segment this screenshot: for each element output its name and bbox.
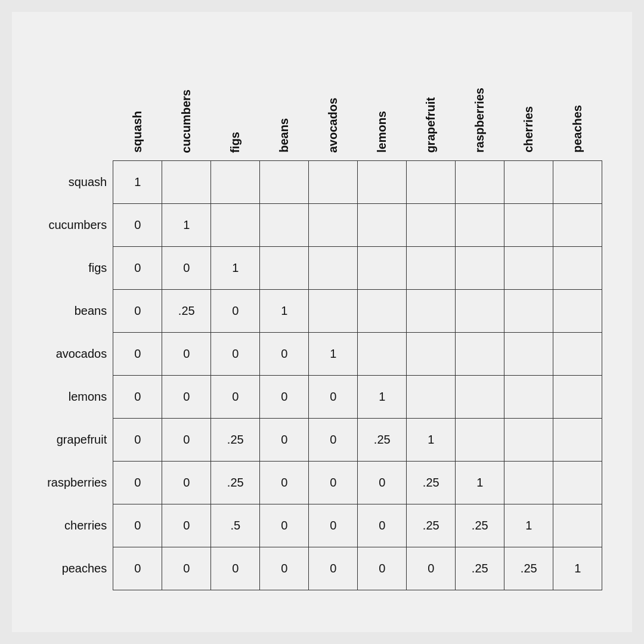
col-header-lemons: lemons (358, 54, 407, 161)
row-header-lemons: lemons (42, 376, 113, 419)
cell-beans-avocados (309, 290, 358, 333)
cell-cherries-figs: .5 (211, 504, 260, 547)
col-header-cucumbers: cucumbers (162, 54, 211, 161)
table-row: avocados00001 (42, 333, 602, 376)
cell-raspberries-figs: .25 (211, 462, 260, 504)
cell-avocados-grapefruit (407, 333, 456, 376)
cell-figs-cucumbers: 0 (162, 247, 211, 290)
table-row: grapefruit00.2500.251 (42, 419, 602, 462)
cell-figs-beans (260, 247, 309, 290)
col-header-figs: figs (211, 54, 260, 161)
cell-lemons-avocados: 0 (309, 376, 358, 419)
col-header-squash: squash (113, 54, 162, 161)
cell-lemons-cucumbers: 0 (162, 376, 211, 419)
cell-cherries-peaches (553, 504, 602, 547)
cell-grapefruit-figs: .25 (211, 419, 260, 462)
cell-cucumbers-cucumbers: 1 (162, 204, 211, 247)
col-header-grapefruit: grapefruit (407, 54, 456, 161)
cell-grapefruit-cherries (504, 419, 553, 462)
cell-beans-peaches (553, 290, 602, 333)
cell-grapefruit-beans: 0 (260, 419, 309, 462)
cell-lemons-beans: 0 (260, 376, 309, 419)
table-row: beans0.2501 (42, 290, 602, 333)
table-row: raspberries00.25000.251 (42, 462, 602, 504)
cell-peaches-lemons: 0 (358, 547, 407, 590)
cell-avocados-avocados: 1 (309, 333, 358, 376)
cell-lemons-peaches (553, 376, 602, 419)
cell-avocados-squash: 0 (113, 333, 162, 376)
cell-lemons-cherries (504, 376, 553, 419)
cell-beans-beans: 1 (260, 290, 309, 333)
cell-cherries-avocados: 0 (309, 504, 358, 547)
col-header-label-beans: beans (277, 116, 291, 153)
cell-peaches-figs: 0 (211, 547, 260, 590)
corner-cell (42, 54, 113, 161)
cell-cucumbers-figs (211, 204, 260, 247)
row-header-squash: squash (42, 161, 113, 204)
cell-figs-avocados (309, 247, 358, 290)
cell-beans-raspberries (456, 290, 504, 333)
cell-peaches-peaches: 1 (553, 547, 602, 590)
cell-avocados-lemons (358, 333, 407, 376)
cell-peaches-grapefruit: 0 (407, 547, 456, 590)
cell-raspberries-lemons: 0 (358, 462, 407, 504)
table-row: lemons000001 (42, 376, 602, 419)
cell-beans-figs: 0 (211, 290, 260, 333)
col-header-label-avocados: avocados (326, 95, 340, 153)
col-header-avocados: avocados (309, 54, 358, 161)
col-header-raspberries: raspberries (456, 54, 504, 161)
cell-cherries-grapefruit: .25 (407, 504, 456, 547)
cell-grapefruit-cucumbers: 0 (162, 419, 211, 462)
cell-peaches-cucumbers: 0 (162, 547, 211, 590)
col-header-cherries: cherries (504, 54, 553, 161)
col-header-label-grapefruit: grapefruit (424, 95, 438, 153)
cell-avocados-peaches (553, 333, 602, 376)
col-header-label-raspberries: raspberries (473, 85, 487, 153)
cell-cucumbers-lemons (358, 204, 407, 247)
row-header-cherries: cherries (42, 504, 113, 547)
cell-cucumbers-avocados (309, 204, 358, 247)
cell-lemons-figs: 0 (211, 376, 260, 419)
cell-raspberries-avocados: 0 (309, 462, 358, 504)
cell-figs-squash: 0 (113, 247, 162, 290)
column-header-row: squashcucumbersfigsbeansavocadoslemonsgr… (42, 54, 602, 161)
cell-cherries-squash: 0 (113, 504, 162, 547)
cell-grapefruit-lemons: .25 (358, 419, 407, 462)
cell-squash-cherries (504, 161, 553, 204)
cell-beans-lemons (358, 290, 407, 333)
cell-squash-peaches (553, 161, 602, 204)
cell-grapefruit-squash: 0 (113, 419, 162, 462)
cell-peaches-cherries: .25 (504, 547, 553, 590)
cell-squash-beans (260, 161, 309, 204)
row-header-raspberries: raspberries (42, 462, 113, 504)
cell-squash-raspberries (456, 161, 504, 204)
row-header-grapefruit: grapefruit (42, 419, 113, 462)
cell-cucumbers-raspberries (456, 204, 504, 247)
cell-avocados-figs: 0 (211, 333, 260, 376)
table-row: cucumbers01 (42, 204, 602, 247)
col-header-label-peaches: peaches (571, 103, 584, 153)
cell-squash-grapefruit (407, 161, 456, 204)
col-header-peaches: peaches (553, 54, 602, 161)
cell-lemons-raspberries (456, 376, 504, 419)
cell-grapefruit-raspberries (456, 419, 504, 462)
cell-raspberries-squash: 0 (113, 462, 162, 504)
cell-peaches-raspberries: .25 (456, 547, 504, 590)
cell-squash-cucumbers (162, 161, 211, 204)
cell-cherries-raspberries: .25 (456, 504, 504, 547)
cell-cucumbers-squash: 0 (113, 204, 162, 247)
cell-raspberries-raspberries: 1 (456, 462, 504, 504)
similarity-matrix: squashcucumbersfigsbeansavocadoslemonsgr… (42, 54, 603, 591)
page-container: squashcucumbersfigsbeansavocadoslemonsgr… (12, 12, 632, 632)
cell-cherries-beans: 0 (260, 504, 309, 547)
cell-cucumbers-beans (260, 204, 309, 247)
cell-figs-grapefruit (407, 247, 456, 290)
cell-raspberries-peaches (553, 462, 602, 504)
cell-beans-squash: 0 (113, 290, 162, 333)
col-header-label-lemons: lemons (375, 109, 389, 153)
cell-squash-lemons (358, 161, 407, 204)
col-header-beans: beans (260, 54, 309, 161)
cell-raspberries-grapefruit: .25 (407, 462, 456, 504)
cell-beans-cucumbers: .25 (162, 290, 211, 333)
cell-raspberries-cherries (504, 462, 553, 504)
